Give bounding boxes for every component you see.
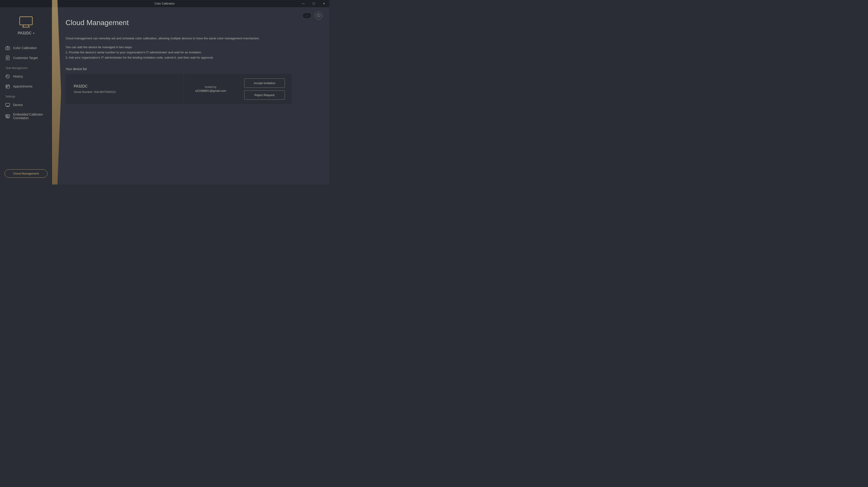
device-list-label: Your device list: [66, 67, 316, 71]
invited-by-email: s22388851@gmail.com: [195, 89, 226, 92]
device-card: PA32DC Serial Number: N4LMHT000010 Invit…: [66, 74, 292, 104]
svg-line-1: [23, 25, 24, 27]
description-line-2: You can add the device be managed in two…: [66, 45, 132, 49]
main-content: · ⓘ Cloud Management Cloud management ca…: [52, 7, 329, 184]
serial-number: N4LMHT000010: [94, 90, 116, 94]
chevron-down-icon: ▾: [33, 32, 34, 35]
description-paragraph-1: Cloud management can remotely set and sc…: [66, 36, 269, 41]
svg-rect-15: [6, 87, 7, 87]
sidebar-item-customize-target[interactable]: Customize Target: [0, 53, 52, 63]
window-title: Color Calibration: [154, 2, 175, 5]
device-label: Device: [13, 103, 23, 107]
document-icon: [5, 56, 10, 60]
info-icon: ⓘ: [317, 13, 320, 18]
device-invited: Invited by s22388851@gmail.com: [184, 79, 238, 99]
customize-target-label: Customize Target: [13, 56, 38, 60]
description-line-4: 2. Ask your organization's IT administra…: [66, 56, 213, 59]
maximize-button[interactable]: ☐: [308, 0, 319, 7]
device-serial: Serial Number: N4LMHT000010: [74, 90, 176, 94]
sidebar-item-device[interactable]: Device: [0, 100, 52, 110]
page-title: Cloud Management: [66, 19, 316, 27]
sidebar-item-appointments[interactable]: Appointments: [0, 82, 52, 91]
sidebar-bottom: Cloud Management: [0, 169, 52, 180]
svg-point-5: [7, 48, 8, 49]
serial-label: Serial Number:: [74, 90, 93, 94]
camera-icon: [5, 46, 10, 50]
invited-by-label: Invited by: [195, 86, 226, 89]
dropdown-button[interactable]: ·: [302, 12, 312, 19]
description-paragraph-2: You can add the device be managed in two…: [66, 45, 269, 60]
device-card-name: PA32DC: [74, 84, 176, 88]
embedded-calibrator-label: Embedded Calibrator Correlation: [13, 113, 46, 120]
description-section: Cloud management can remotely set and sc…: [66, 36, 269, 60]
settings-label: Settings: [0, 91, 52, 100]
close-button[interactable]: ✕: [319, 0, 329, 7]
title-bar: Color Calibration — ☐ ✕: [0, 0, 329, 7]
description-line-3: 1. Provide the device's serial number to…: [66, 51, 202, 54]
sidebar-nav: Color Calibration Customize Target Task …: [0, 43, 52, 127]
svg-rect-4: [6, 47, 10, 50]
svg-line-2: [28, 25, 29, 27]
device-monitor-icon: [5, 103, 10, 107]
svg-rect-16: [6, 103, 10, 106]
sidebar-item-color-calibration[interactable]: Color Calibration: [0, 43, 52, 53]
top-right-controls: · ⓘ: [302, 12, 322, 20]
svg-rect-21: [6, 115, 7, 117]
reject-request-button[interactable]: Reject Request: [244, 90, 285, 100]
device-name: PA32DC: [18, 31, 31, 35]
history-icon: [5, 74, 10, 79]
history-label: History: [13, 74, 23, 78]
task-management-label: Task Management: [0, 63, 52, 71]
minimize-button[interactable]: —: [298, 0, 308, 7]
sidebar: PA32DC ▾ Color Calibration: [0, 7, 52, 184]
accept-invitation-button[interactable]: Accept Invitation: [244, 79, 285, 88]
cloud-management-sidebar-button[interactable]: Cloud Management: [4, 169, 48, 178]
sidebar-item-embedded-calibrator[interactable]: Embedded Calibrator Correlation: [0, 110, 52, 123]
sidebar-top: PA32DC ▾: [0, 12, 52, 43]
window-controls: — ☐ ✕: [298, 0, 329, 7]
device-actions: Accept Invitation Reject Request: [238, 74, 292, 104]
calendar-icon: [5, 84, 10, 89]
app-container: PA32DC ▾ Color Calibration: [0, 7, 329, 184]
appointments-label: Appointments: [13, 85, 33, 88]
svg-rect-0: [20, 17, 32, 25]
sidebar-item-history[interactable]: History: [0, 71, 52, 82]
monitor-icon: [19, 16, 33, 28]
color-calibration-label: Color Calibration: [13, 46, 37, 50]
embedded-calibrator-icon: [5, 114, 10, 119]
device-selector[interactable]: PA32DC ▾: [16, 30, 36, 36]
info-button[interactable]: ⓘ: [315, 12, 322, 20]
device-card-info: PA32DC Serial Number: N4LMHT000010: [66, 78, 184, 100]
